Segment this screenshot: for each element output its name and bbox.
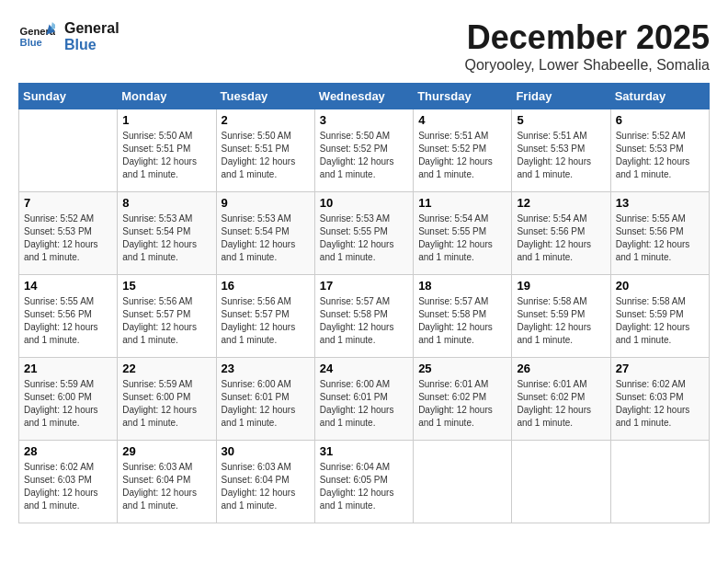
day-info: Sunrise: 6:00 AMSunset: 6:01 PMDaylight:… [320,378,408,430]
day-cell: 19Sunrise: 5:58 AMSunset: 5:59 PMDayligh… [512,275,610,358]
day-number: 25 [418,362,506,375]
day-info: Sunrise: 6:03 AMSunset: 6:04 PMDaylight:… [122,461,210,512]
day-cell: 8Sunrise: 5:53 AMSunset: 5:54 PMDaylight… [118,192,216,275]
day-cell: 25Sunrise: 6:01 AMSunset: 6:02 PMDayligh… [414,358,512,441]
day-number: 30 [222,444,310,458]
day-cell: 22Sunrise: 5:59 AMSunset: 6:00 PMDayligh… [118,358,216,441]
day-number: 11 [418,196,506,210]
day-info: Sunrise: 5:55 AMSunset: 5:56 PMDaylight:… [616,213,704,264]
day-cell: 26Sunrise: 6:01 AMSunset: 6:02 PMDayligh… [512,358,610,441]
day-cell: 28Sunrise: 6:02 AMSunset: 6:03 PMDayligh… [19,441,118,523]
day-cell: 16Sunrise: 5:56 AMSunset: 5:57 PMDayligh… [216,275,314,358]
day-number: 20 [616,279,704,293]
day-info: Sunrise: 6:01 AMSunset: 6:02 PMDaylight:… [517,378,605,430]
day-cell: 14Sunrise: 5:55 AMSunset: 5:56 PMDayligh… [19,275,118,358]
day-info: Sunrise: 5:57 AMSunset: 5:58 PMDaylight:… [320,295,408,347]
day-cell: 10Sunrise: 5:53 AMSunset: 5:55 PMDayligh… [314,192,413,275]
day-info: Sunrise: 6:01 AMSunset: 6:02 PMDaylight:… [418,378,506,430]
day-cell: 3Sunrise: 5:50 AMSunset: 5:52 PMDaylight… [314,109,413,192]
day-number: 28 [24,444,112,458]
day-cell: 2Sunrise: 5:50 AMSunset: 5:51 PMDaylight… [216,109,314,192]
day-number: 17 [320,279,408,293]
day-info: Sunrise: 6:00 AMSunset: 6:01 PMDaylight:… [222,378,310,430]
day-header-tuesday: Tuesday [216,84,314,109]
logo-general: General [64,20,119,37]
day-info: Sunrise: 5:58 AMSunset: 5:59 PMDaylight:… [616,295,704,347]
day-number: 10 [320,196,408,210]
day-cell [512,441,610,523]
day-cell: 13Sunrise: 5:55 AMSunset: 5:56 PMDayligh… [610,192,709,275]
day-info: Sunrise: 5:51 AMSunset: 5:52 PMDaylight:… [418,130,506,181]
day-cell [414,441,512,523]
day-cell: 27Sunrise: 6:02 AMSunset: 6:03 PMDayligh… [610,358,709,441]
day-cell: 23Sunrise: 6:00 AMSunset: 6:01 PMDayligh… [216,358,314,441]
day-number: 14 [24,279,112,293]
day-info: Sunrise: 5:50 AMSunset: 5:51 PMDaylight:… [222,130,310,181]
day-cell: 30Sunrise: 6:03 AMSunset: 6:04 PMDayligh… [216,441,314,523]
day-cell: 5Sunrise: 5:51 AMSunset: 5:53 PMDaylight… [512,109,610,192]
title-area: December 2025 Qoryooley, Lower Shabeelle… [464,18,710,74]
day-number: 3 [320,113,408,127]
day-header-friday: Friday [512,84,610,109]
week-row-5: 28Sunrise: 6:02 AMSunset: 6:03 PMDayligh… [19,441,710,523]
day-info: Sunrise: 5:54 AMSunset: 5:55 PMDaylight:… [418,213,506,264]
day-number: 26 [517,362,605,375]
day-number: 22 [122,362,210,375]
day-cell: 11Sunrise: 5:54 AMSunset: 5:55 PMDayligh… [414,192,512,275]
day-number: 5 [517,113,605,127]
day-header-saturday: Saturday [610,84,709,109]
day-number: 6 [616,113,704,127]
day-cell: 21Sunrise: 5:59 AMSunset: 6:00 PMDayligh… [19,358,118,441]
day-info: Sunrise: 5:54 AMSunset: 5:56 PMDaylight:… [517,213,605,264]
day-number: 4 [418,113,506,127]
day-number: 19 [517,279,605,293]
day-info: Sunrise: 5:56 AMSunset: 5:57 PMDaylight:… [222,295,310,347]
svg-text:Blue: Blue [20,37,42,48]
subtitle: Qoryooley, Lower Shabeelle, Somalia [464,57,710,74]
logo-blue: Blue [64,37,119,53]
day-cell: 12Sunrise: 5:54 AMSunset: 5:56 PMDayligh… [512,192,610,275]
week-row-4: 21Sunrise: 5:59 AMSunset: 6:00 PMDayligh… [19,358,710,441]
day-number: 31 [320,444,408,458]
day-cell: 31Sunrise: 6:04 AMSunset: 6:05 PMDayligh… [314,441,413,523]
day-cell: 17Sunrise: 5:57 AMSunset: 5:58 PMDayligh… [314,275,413,358]
day-cell: 24Sunrise: 6:00 AMSunset: 6:01 PMDayligh… [314,358,413,441]
day-cell [610,441,709,523]
day-number: 16 [222,279,310,293]
day-cell: 29Sunrise: 6:03 AMSunset: 6:04 PMDayligh… [118,441,216,523]
header: General Blue General Blue December 2025 … [18,18,710,74]
day-cell: 9Sunrise: 5:53 AMSunset: 5:54 PMDaylight… [216,192,314,275]
day-info: Sunrise: 6:02 AMSunset: 6:03 PMDaylight:… [24,461,112,512]
day-number: 18 [418,279,506,293]
day-info: Sunrise: 6:04 AMSunset: 6:05 PMDaylight:… [320,461,408,512]
day-number: 29 [122,444,210,458]
day-info: Sunrise: 5:59 AMSunset: 6:00 PMDaylight:… [122,378,210,430]
day-info: Sunrise: 5:59 AMSunset: 6:00 PMDaylight:… [24,378,112,430]
day-number: 27 [616,362,704,375]
day-info: Sunrise: 6:03 AMSunset: 6:04 PMDaylight:… [222,461,310,512]
week-row-2: 7Sunrise: 5:52 AMSunset: 5:53 PMDaylight… [19,192,710,275]
day-info: Sunrise: 5:58 AMSunset: 5:59 PMDaylight:… [517,295,605,347]
day-info: Sunrise: 6:02 AMSunset: 6:03 PMDaylight:… [616,378,704,430]
day-header-monday: Monday [118,84,216,109]
week-row-1: 1Sunrise: 5:50 AMSunset: 5:51 PMDaylight… [19,109,710,192]
day-number: 12 [517,196,605,210]
day-cell: 1Sunrise: 5:50 AMSunset: 5:51 PMDaylight… [118,109,216,192]
day-number: 13 [616,196,704,210]
day-number: 24 [320,362,408,375]
day-info: Sunrise: 5:53 AMSunset: 5:55 PMDaylight:… [320,213,408,264]
day-header-sunday: Sunday [19,84,118,109]
day-info: Sunrise: 5:55 AMSunset: 5:56 PMDaylight:… [24,295,112,347]
day-header-row: SundayMondayTuesdayWednesdayThursdayFrid… [19,84,710,109]
day-cell: 6Sunrise: 5:52 AMSunset: 5:53 PMDaylight… [610,109,709,192]
day-cell: 20Sunrise: 5:58 AMSunset: 5:59 PMDayligh… [610,275,709,358]
week-row-3: 14Sunrise: 5:55 AMSunset: 5:56 PMDayligh… [19,275,710,358]
day-info: Sunrise: 5:52 AMSunset: 5:53 PMDaylight:… [616,130,704,181]
day-number: 9 [222,196,310,210]
day-info: Sunrise: 5:52 AMSunset: 5:53 PMDaylight:… [24,213,112,264]
day-info: Sunrise: 5:53 AMSunset: 5:54 PMDaylight:… [122,213,210,264]
day-header-wednesday: Wednesday [314,84,413,109]
day-number: 2 [222,113,310,127]
day-info: Sunrise: 5:56 AMSunset: 5:57 PMDaylight:… [122,295,210,347]
day-cell: 7Sunrise: 5:52 AMSunset: 5:53 PMDaylight… [19,192,118,275]
